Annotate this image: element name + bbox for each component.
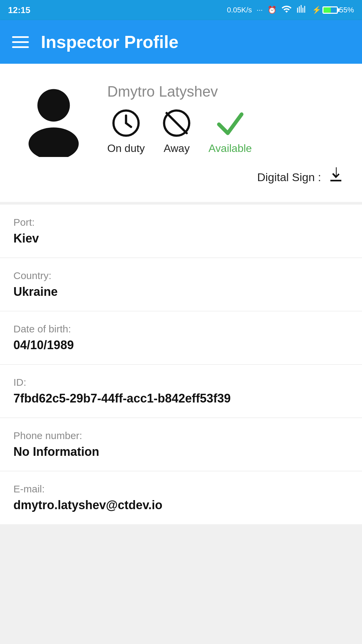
battery-percent: 55% (339, 6, 354, 14)
field-id: ID: 7fbd62c5-29b7-44ff-acc1-b842eff53f39 (0, 365, 362, 418)
on-duty-label: On duty (107, 142, 145, 155)
svg-line-6 (167, 113, 187, 133)
signal-icon (297, 4, 307, 16)
field-dob: Date of birth: 04/10/1989 (0, 311, 362, 365)
status-time: 12:15 (8, 5, 31, 15)
field-country-label: Country: (13, 270, 349, 281)
profile-header: Dmytro Latyshev On duty (0, 64, 362, 202)
field-country-value: Ukraine (13, 285, 349, 299)
digital-sign-label: Digital Sign : (257, 171, 321, 184)
svg-line-4 (126, 123, 131, 127)
available-label: Available (208, 142, 252, 155)
svg-point-0 (38, 89, 70, 122)
field-email-label: E-mail: (13, 483, 349, 495)
field-email-value: dmytro.latyshev@ctdev.io (13, 498, 349, 512)
status-bar: 12:15 0.05K/s ··· ⏰ ⚡ 55% (0, 0, 362, 20)
field-phone: Phone number: No Information (0, 418, 362, 471)
digital-sign-row: Digital Sign : (13, 166, 349, 189)
profile-top-section: Dmytro Latyshev On duty (13, 80, 349, 160)
field-dob-label: Date of birth: (13, 323, 349, 335)
clock-icon (111, 108, 141, 138)
check-icon (215, 108, 245, 138)
status-on-duty: On duty (107, 108, 145, 155)
wifi-icon (281, 4, 292, 16)
blocked-icon (162, 108, 192, 138)
field-email: E-mail: dmytro.latyshev@ctdev.io (0, 471, 362, 524)
field-port-label: Port: (13, 217, 349, 228)
field-country: Country: Ukraine (0, 258, 362, 311)
profile-info: Dmytro Latyshev On duty (107, 80, 349, 155)
menu-button[interactable] (12, 36, 29, 48)
avatar (13, 80, 94, 160)
network-speed: 0.05K/s (227, 6, 252, 14)
field-dob-value: 04/10/1989 (13, 338, 349, 352)
status-icons-row: On duty Away Available (107, 108, 349, 155)
app-bar: Inspector Profile (0, 20, 362, 64)
status-indicators: 0.05K/s ··· ⏰ ⚡ 55% (227, 4, 354, 16)
field-id-value: 7fbd62c5-29b7-44ff-acc1-b842eff53f39 (13, 391, 349, 406)
field-port-value: Kiev (13, 231, 349, 246)
status-available: Available (208, 108, 252, 155)
field-phone-label: Phone number: (13, 430, 349, 441)
profile-fields: Port: Kiev Country: Ukraine Date of birt… (0, 205, 362, 524)
svg-point-1 (28, 127, 79, 157)
charging-icon: ⚡ (312, 6, 321, 14)
alarm-icon: ⏰ (267, 6, 277, 14)
page-title: Inspector Profile (41, 32, 178, 52)
battery-indicator: ⚡ 55% (312, 6, 354, 14)
download-icon[interactable] (326, 166, 345, 189)
field-id-label: ID: (13, 377, 349, 388)
inspector-name: Dmytro Latyshev (107, 83, 349, 100)
away-label: Away (164, 142, 190, 155)
field-phone-value: No Information (13, 445, 349, 459)
field-port: Port: Kiev (0, 205, 362, 258)
dots-icon: ··· (257, 6, 263, 14)
status-away: Away (162, 108, 192, 155)
